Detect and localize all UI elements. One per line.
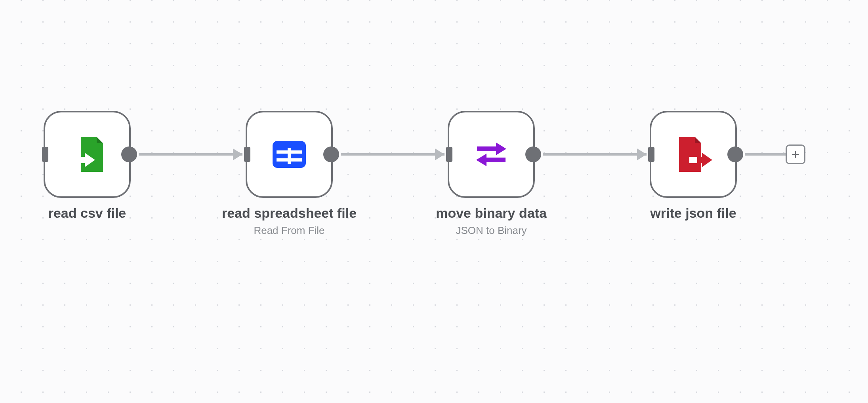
node-read-spreadsheet-file[interactable]: read spreadsheet file Read From File <box>246 111 333 237</box>
node-box[interactable] <box>448 111 535 198</box>
node-labels: write json file <box>650 205 737 221</box>
edge <box>341 153 444 156</box>
swap-arrows-icon <box>471 135 511 174</box>
node-labels: move binary data JSON to Binary <box>432 205 551 237</box>
svg-rect-8 <box>689 157 697 163</box>
svg-rect-0 <box>70 157 85 163</box>
edge <box>745 153 786 156</box>
svg-rect-6 <box>485 158 506 162</box>
node-box[interactable] <box>44 111 131 198</box>
node-subtitle: JSON to Binary <box>432 224 551 237</box>
output-port[interactable] <box>323 146 339 162</box>
node-title: read csv file <box>44 205 131 221</box>
input-port[interactable] <box>648 147 654 162</box>
node-move-binary-data[interactable]: move binary data JSON to Binary <box>448 111 535 237</box>
output-port[interactable] <box>525 146 541 162</box>
node-read-csv-file[interactable]: read csv file <box>44 111 131 221</box>
file-export-icon <box>673 135 713 174</box>
edge-arrow-icon <box>233 148 242 160</box>
node-write-json-file[interactable]: write json file <box>650 111 737 221</box>
node-labels: read csv file <box>44 205 131 221</box>
svg-rect-5 <box>477 146 498 151</box>
node-box[interactable] <box>246 111 333 198</box>
node-title: move binary data <box>432 205 551 221</box>
node-subtitle: Read From File <box>222 224 357 237</box>
plus-icon <box>790 149 801 160</box>
input-port[interactable] <box>244 147 250 162</box>
node-box[interactable] <box>650 111 737 198</box>
node-title: read spreadsheet file <box>222 205 357 221</box>
edge-arrow-icon <box>435 148 444 160</box>
add-node-button[interactable] <box>786 144 805 164</box>
svg-rect-4 <box>288 148 291 164</box>
output-port[interactable] <box>121 146 137 162</box>
node-labels: read spreadsheet file Read From File <box>222 205 357 237</box>
edge-arrow-icon <box>637 148 647 160</box>
input-port[interactable] <box>42 147 48 162</box>
output-port[interactable] <box>727 146 743 162</box>
node-title: write json file <box>650 205 737 221</box>
edge <box>543 153 647 156</box>
workflow-canvas[interactable]: read csv file read spreadsheet file Read… <box>0 0 868 403</box>
edge <box>139 153 242 156</box>
table-icon <box>269 135 309 174</box>
input-port[interactable] <box>446 147 452 162</box>
file-import-icon <box>67 135 107 174</box>
